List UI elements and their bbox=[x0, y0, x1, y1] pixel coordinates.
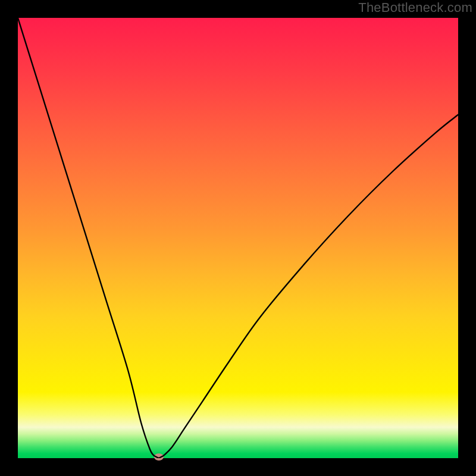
bottleneck-curve bbox=[18, 18, 458, 458]
curve-svg bbox=[18, 18, 458, 458]
plot-area bbox=[18, 18, 458, 458]
chart-frame: TheBottleneck.com bbox=[0, 0, 476, 476]
watermark-text: TheBottleneck.com bbox=[358, 0, 472, 15]
minimum-marker bbox=[154, 453, 164, 461]
